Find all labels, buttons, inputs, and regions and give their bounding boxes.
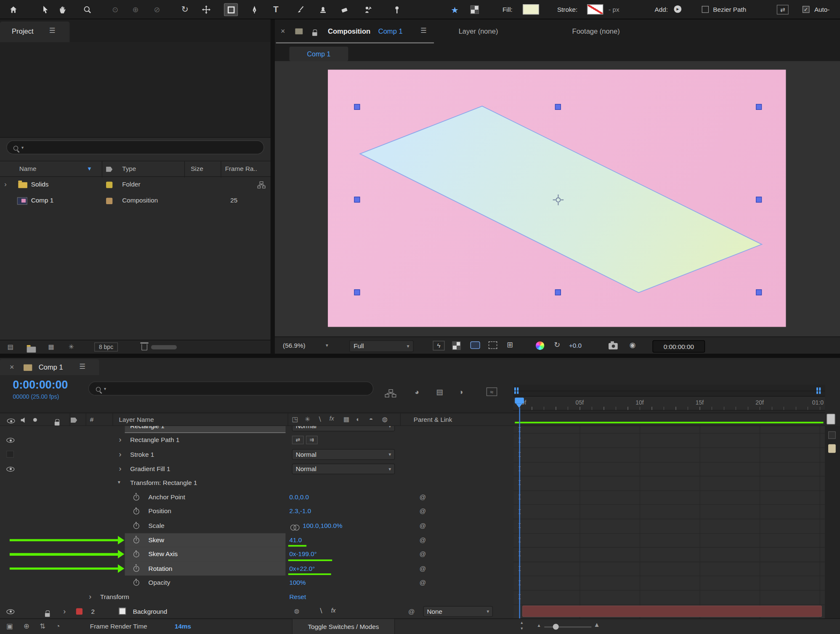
selection-handle[interactable] <box>555 104 561 110</box>
property-value[interactable]: 0x+22.0° <box>289 565 315 572</box>
blend-mode-dropdown[interactable]: Normal ▾ <box>292 449 395 460</box>
pickwhip-icon[interactable]: @ <box>420 522 426 530</box>
layer-row-background[interactable]: › 2 Background ◍ ∖ fx @ None ▾ <box>0 604 513 618</box>
property-label[interactable]: Anchor Point <box>149 493 185 501</box>
property-value[interactable]: 0.0,0.0 <box>289 493 309 501</box>
bezier-path-checkbox[interactable] <box>702 6 709 13</box>
pickwhip-icon[interactable]: @ <box>420 536 426 544</box>
fast-preview-icon[interactable]: ϟ <box>433 341 445 351</box>
timeline-search-field[interactable]: ▾ <box>88 381 373 395</box>
collapse-switch-icon[interactable]: ◳ <box>292 416 298 422</box>
composition-mini-flowchart-icon[interactable] <box>385 389 396 397</box>
time-ruler[interactable]: 0f 05f 10f 15f 20f 01:0 <box>513 397 825 410</box>
rotation-tool-icon[interactable]: ↻ <box>178 3 192 16</box>
channel-color-wheel-icon[interactable] <box>536 341 544 350</box>
pen-tool-icon[interactable] <box>247 3 261 16</box>
group-row-layer-transform[interactable]: › Transform Reset <box>0 590 513 604</box>
orbit-camera-tool-icon[interactable]: ⊙ <box>108 3 122 16</box>
effects-switch-icon[interactable]: fx <box>331 607 336 613</box>
number-column-label[interactable]: # <box>90 416 94 424</box>
selection-handle[interactable] <box>756 104 762 110</box>
visibility-eye-icon[interactable] <box>6 466 14 471</box>
layer-name[interactable]: Background <box>133 607 167 615</box>
project-row-comp1[interactable]: Comp 1 Composition 25 <box>0 193 271 209</box>
work-area-strip[interactable] <box>513 385 825 397</box>
selection-handle[interactable] <box>756 289 762 295</box>
selection-tool-icon[interactable] <box>39 3 53 16</box>
pan-camera-tool-icon[interactable]: ⊕ <box>129 3 143 16</box>
layer-row-rectangle-1-clipped[interactable]: Rectangle 1 Normal ▾ <box>0 426 513 433</box>
exposure-value[interactable]: +0.0 <box>569 342 582 349</box>
strip-button[interactable] <box>828 432 836 439</box>
eraser-tool-icon[interactable] <box>338 3 351 16</box>
group-row-rectangle-path-1[interactable]: › Rectangle Path 1 ⇄ ⇉ <box>0 433 513 448</box>
visibility-eye-icon[interactable] <box>6 609 14 614</box>
quality-switch-icon[interactable]: ◓ <box>369 416 373 422</box>
new-composition-icon[interactable]: ▦ <box>48 344 54 350</box>
flowchart-icon[interactable] <box>257 181 266 189</box>
search-dropdown-icon[interactable]: ▾ <box>21 145 24 150</box>
strip-comp-button[interactable] <box>828 444 836 453</box>
column-name[interactable]: Name <box>19 165 37 173</box>
disclosure-icon[interactable]: › <box>119 464 122 473</box>
render-queue-icon[interactable]: ▣ <box>6 623 13 630</box>
pickwhip-icon[interactable]: @ <box>420 551 426 558</box>
star-icon[interactable]: ★ <box>448 3 462 16</box>
visibility-eye-icon[interactable] <box>6 438 14 443</box>
property-label[interactable]: Rotation <box>149 565 173 572</box>
property-row-rotation[interactable]: Rotation 0x+22.0° @ <box>0 562 513 576</box>
3d-switch-icon[interactable]: ◐ <box>356 416 360 422</box>
stopwatch-icon[interactable] <box>133 537 139 543</box>
puppet-pin-tool-icon[interactable] <box>390 3 404 16</box>
frame-blend-switch-icon[interactable]: ✳ <box>305 416 310 422</box>
disclosure-icon[interactable]: › <box>63 606 66 615</box>
property-row-skew-axis[interactable]: Skew Axis 0x-199.0° @ <box>0 547 513 562</box>
motion-blur-icon[interactable]: ◑ <box>459 388 463 396</box>
project-search-field[interactable]: ▾ <box>6 141 264 155</box>
stopwatch-icon[interactable] <box>133 580 139 586</box>
label-column-icon[interactable] <box>106 167 112 172</box>
motion-blur-switch-icon[interactable]: ∖ <box>318 416 322 422</box>
panel-divider[interactable] <box>0 354 840 358</box>
timeline-timecode[interactable]: 0:00:00:00 <box>13 378 68 392</box>
layer-tab[interactable]: Layer (none) <box>459 27 498 35</box>
composition-canvas[interactable] <box>328 69 786 327</box>
group-label[interactable]: Transform: Rectangle 1 <box>130 479 197 487</box>
label-color-chip[interactable] <box>106 198 112 204</box>
playhead-line[interactable] <box>519 408 520 618</box>
grid-guides-icon[interactable]: ⊞ <box>507 341 513 349</box>
group-row-transform-rectangle-1[interactable]: ▾ Transform: Rectangle 1 <box>0 476 513 490</box>
region-of-interest-icon[interactable] <box>489 341 497 349</box>
label-column-icon[interactable] <box>71 418 77 423</box>
trash-icon[interactable] <box>141 344 147 350</box>
composition-tab-comp-name[interactable]: Comp 1 <box>378 27 403 35</box>
frame-blending-icon[interactable]: ▤ <box>436 388 443 396</box>
disclosure-icon[interactable]: › <box>89 592 91 601</box>
background-layer-duration-bar[interactable] <box>522 605 822 617</box>
viewer-timecode-field[interactable]: 0:00:00:00 <box>652 340 705 352</box>
selection-handle[interactable] <box>354 289 360 295</box>
quality-switch-icon[interactable]: ∖ <box>319 607 323 614</box>
expand-icon[interactable]: ⇅ <box>40 623 45 630</box>
composition-tab-label[interactable]: Composition <box>328 27 370 35</box>
transparency-checker-icon[interactable] <box>471 5 479 14</box>
audio-column-icon[interactable] <box>20 417 28 423</box>
disclosure-icon[interactable]: › <box>119 435 122 444</box>
panel-menu-icon[interactable]: ☰ <box>79 363 85 370</box>
adjustment-icon[interactable]: ✳ <box>69 344 74 350</box>
bpc-button[interactable]: 8 bpc <box>94 342 118 352</box>
constrain-proportions-icon[interactable] <box>290 525 299 529</box>
pickwhip-icon[interactable]: @ <box>408 607 415 615</box>
work-area-bar[interactable] <box>515 422 823 424</box>
adjustment-switch-icon[interactable]: ▦ <box>343 416 349 422</box>
path-direction-icon[interactable]: ⇄ <box>292 436 304 444</box>
stopwatch-icon[interactable] <box>133 509 139 514</box>
property-value[interactable]: 0x-199.0° <box>289 551 317 558</box>
stopwatch-icon[interactable] <box>133 495 139 501</box>
visibility-empty-box[interactable] <box>6 451 14 458</box>
layer-name-column-label[interactable]: Layer Name <box>119 416 154 424</box>
selection-handle[interactable] <box>555 289 561 295</box>
property-row-position[interactable]: Position 2.3,-1.0 @ <box>0 504 513 519</box>
stroke-swatch[interactable] <box>587 4 603 14</box>
property-label[interactable]: Scale <box>149 522 165 530</box>
